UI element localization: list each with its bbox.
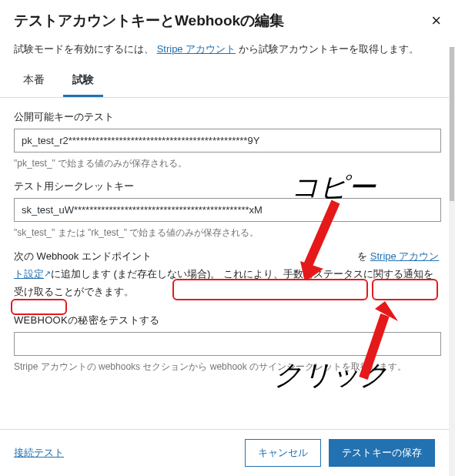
scrollbar-track[interactable] <box>449 47 455 476</box>
secret-key-helper: "sk_test_" または "rk_test_" で始まる値のみが保存される。 <box>14 226 441 240</box>
save-button[interactable]: テストキーの保存 <box>329 439 435 467</box>
scrollbar-thumb[interactable] <box>450 47 454 201</box>
webhook-secret-label: WEBHOOKの秘密をテストする <box>14 313 441 327</box>
publishable-key-field: 公開可能キーのテスト "pk_test_" で始まる値のみが保存される。 <box>14 110 441 170</box>
secret-key-field: テスト用シークレットキー "sk_test_" または "rk_test_" で… <box>14 179 441 240</box>
cancel-button[interactable]: キャンセル <box>245 439 321 467</box>
stripe-account-link-top[interactable]: Stripe アカウント <box>157 43 236 55</box>
intro-text: 試験モードを有効にするには、 Stripe アカウント から試験アカウントキーを… <box>0 39 455 67</box>
webhook-secret-helper: Stripe アカウントの webhooks セクションから webhook の… <box>14 360 441 374</box>
webhook-desc-suffix: に追加します (まだ存在しない場合)。 これにより、手数料ステータスに関する通知… <box>14 268 433 297</box>
publishable-key-label: 公開可能キーのテスト <box>14 110 441 124</box>
webhook-description: 次の Webhook エンドポイント を Stripe アカウント設定 ↗に追加… <box>14 248 441 300</box>
external-link-icon: ↗ <box>44 266 51 281</box>
publishable-key-helper: "pk_test_" で始まる値のみが保存される。 <box>14 157 441 170</box>
webhook-secret-input[interactable] <box>14 332 441 356</box>
secret-key-input[interactable] <box>14 198 441 222</box>
dialog-header: テストアカウントキーとWebhookの編集 × <box>0 0 455 39</box>
publishable-key-input[interactable] <box>14 129 441 153</box>
webhook-secret-field: WEBHOOKの秘密をテストする Stripe アカウントの webhooks … <box>14 313 441 374</box>
dialog-footer: 接続テスト キャンセル テストキーの保存 <box>0 429 449 476</box>
secret-key-label: テスト用シークレットキー <box>14 179 441 193</box>
dialog-content: 公開可能キーのテスト "pk_test_" で始まる値のみが保存される。 テスト… <box>0 98 455 374</box>
webhook-endpoint-mask <box>155 250 355 262</box>
tabs-bar: 本番 試験 <box>0 67 455 98</box>
tab-test[interactable]: 試験 <box>63 67 103 97</box>
dialog-title: テストアカウントキーとWebhookの編集 <box>14 11 284 31</box>
connection-test-link[interactable]: 接続テスト <box>14 446 64 460</box>
close-icon[interactable]: × <box>431 12 441 29</box>
webhook-desc-prefix: 次の Webhook エンドポイント <box>14 250 152 262</box>
intro-prefix: 試験モードを有効にするには、 <box>14 43 154 55</box>
webhook-desc-middle: を <box>357 250 367 262</box>
tab-production[interactable]: 本番 <box>14 67 54 97</box>
intro-suffix: から試験アカウントキーを取得します。 <box>239 43 419 55</box>
